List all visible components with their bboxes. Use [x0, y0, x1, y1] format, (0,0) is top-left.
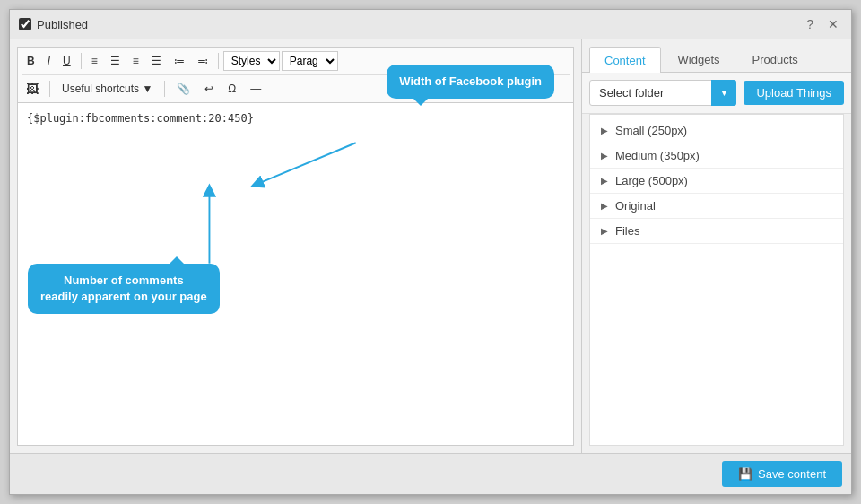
tree-arrow-original: ▶: [601, 201, 608, 211]
special-char-button-2[interactable]: ↩: [199, 80, 219, 98]
tree-item-small[interactable]: ▶ Small (250px): [590, 118, 843, 143]
right-toolbar: Select folder ▼ Upload Things: [582, 73, 851, 114]
main-window: Published ? ✕ Width of Facebook plugin B…: [9, 9, 852, 495]
toolbar-divider-4: [164, 81, 165, 97]
title-bar-actions: ? ✕: [803, 15, 842, 33]
title-bar-left: Published: [19, 18, 88, 31]
list-unordered-button[interactable]: ≔: [169, 52, 190, 70]
tree-arrow-large: ▶: [601, 176, 608, 186]
special-char-button-1[interactable]: 📎: [171, 80, 196, 98]
close-button[interactable]: ✕: [824, 15, 842, 33]
published-checkbox[interactable]: [19, 18, 31, 30]
italic-button[interactable]: I: [42, 52, 56, 70]
underline-button[interactable]: U: [57, 52, 76, 70]
toolbar-divider-3: [49, 81, 50, 97]
tabs-bar: Content Widgets Products: [582, 39, 851, 73]
align-right-button[interactable]: ≡: [127, 52, 144, 70]
save-label: Save content: [758, 467, 826, 481]
save-icon: 💾: [738, 467, 752, 481]
help-button[interactable]: ?: [803, 15, 817, 33]
tree-label-original: Original: [615, 199, 656, 213]
content-area: Width of Facebook plugin B I U ≡ ☰ ≡ ☰ ≔…: [10, 39, 851, 453]
dash-button[interactable]: —: [245, 80, 266, 98]
tree-item-large[interactable]: ▶ Large (500px): [590, 169, 843, 194]
callout-top: Width of Facebook plugin: [387, 65, 554, 99]
tab-widgets[interactable]: Widgets: [663, 47, 735, 72]
folder-select[interactable]: Select folder: [589, 80, 736, 106]
editor-text: {$plugin:fbcomments:comment:20:450}: [27, 112, 254, 125]
toolbar-row-2: 🖼 Useful shortcuts ▼ 📎 ↩ Ω —: [22, 79, 266, 99]
save-button[interactable]: 💾 Save content: [722, 461, 842, 487]
tree-arrow-small: ▶: [601, 126, 608, 135]
align-justify-button[interactable]: ☰: [146, 52, 167, 70]
toolbar-divider-1: [81, 53, 82, 69]
tree-label-medium: Medium (350px): [615, 149, 700, 162]
folder-select-wrapper: Select folder ▼: [589, 80, 736, 106]
toolbar-divider-2: [218, 53, 219, 69]
tree-arrow-files: ▶: [601, 226, 608, 236]
align-left-button[interactable]: ≡: [86, 52, 103, 70]
title-bar: Published ? ✕: [10, 10, 851, 39]
styles-select[interactable]: Styles: [223, 51, 280, 71]
callout-bottom-text: Number of commentsreadily apparent on yo…: [40, 274, 207, 303]
published-label: Published: [37, 18, 88, 31]
tab-content[interactable]: Content: [589, 47, 661, 73]
image-button[interactable]: 🖼: [22, 79, 43, 99]
callout-bottom: Number of commentsreadily apparent on yo…: [28, 264, 220, 314]
bold-button[interactable]: B: [22, 52, 40, 70]
shortcuts-dropdown[interactable]: Useful shortcuts ▼: [57, 80, 158, 98]
align-center-button[interactable]: ☰: [105, 52, 126, 70]
footer: 💾 Save content: [10, 453, 851, 494]
right-panel: Content Widgets Products Select folder ▼…: [582, 39, 851, 453]
special-char-button-3[interactable]: Ω: [222, 80, 241, 98]
upload-button[interactable]: Upload Things: [744, 81, 844, 105]
tab-products[interactable]: Products: [737, 47, 813, 72]
tree-item-medium[interactable]: ▶ Medium (350px): [590, 143, 843, 169]
tree-label-small: Small (250px): [615, 124, 687, 137]
tree-label-large: Large (500px): [615, 174, 688, 187]
file-tree: ▶ Small (250px) ▶ Medium (350px) ▶ Large…: [589, 114, 844, 446]
editor-panel: Width of Facebook plugin B I U ≡ ☰ ≡ ☰ ≔…: [10, 39, 582, 453]
tree-item-original[interactable]: ▶ Original: [590, 194, 843, 219]
list-ordered-button[interactable]: ≕: [192, 52, 213, 70]
tree-label-files: Files: [615, 224, 639, 238]
tree-arrow-medium: ▶: [601, 151, 608, 161]
tree-item-files[interactable]: ▶ Files: [590, 219, 843, 244]
paragraph-select[interactable]: Parag: [282, 51, 338, 71]
